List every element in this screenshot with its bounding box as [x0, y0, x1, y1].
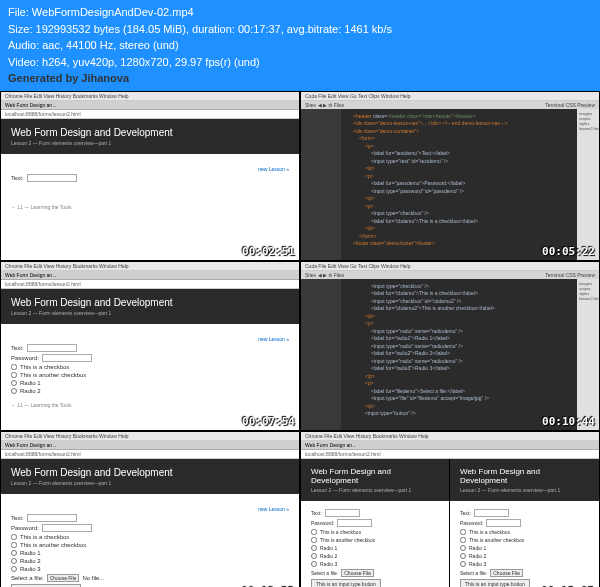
password-input[interactable] — [42, 354, 92, 362]
page-title: Web Form Design and Development — [11, 127, 289, 138]
media-info-header: File: WebFormDesignAndDev-02.mp4 Size: 1… — [0, 0, 600, 91]
checkbox-2[interactable] — [11, 542, 17, 548]
page-subtitle: Lesson 2 — Form elements overview—part 1 — [11, 140, 289, 146]
thumb-2: Coda File Edit View Go Text Clips Window… — [300, 91, 600, 261]
timestamp: 00:02:51 — [242, 245, 295, 258]
editor-gutter — [301, 109, 341, 261]
code-editor: <header class=<header class="main-header… — [301, 109, 599, 261]
menubar: Coda File Edit View Go Text Clips Window… — [301, 92, 599, 101]
thumbnail-grid: Chrome File Edit View History Bookmarks … — [0, 91, 600, 588]
page-header: Web Form Design and Development Lesson 2… — [1, 119, 299, 154]
radio-1[interactable] — [11, 550, 17, 556]
code-area[interactable]: <input type="checkbox" /> <label for="cb… — [341, 279, 577, 431]
info-generated: Generated by Jihanova — [8, 70, 592, 87]
editor-toolbar: Sites ◀ ▶ ⚙ FilesTerminal CSS Preview — [301, 101, 599, 109]
page-body: new Lesson » Text: ← L1 — Learning the T… — [1, 154, 299, 216]
thumb-1: Chrome File Edit View History Bookmarks … — [0, 91, 300, 261]
menubar: Chrome File Edit View History Bookmarks … — [1, 92, 299, 101]
text-input[interactable] — [27, 514, 77, 522]
radio-2[interactable] — [11, 558, 17, 564]
info-video: Video: h264, yuv420p, 1280x720, 29.97 fp… — [8, 54, 592, 71]
menubar: Coda File Edit View Go Text Clips Window… — [301, 262, 599, 271]
timestamp: 00:07:54 — [242, 415, 295, 428]
thumb-5: Chrome File Edit View History Bookmarks … — [0, 431, 300, 588]
code-editor: <input type="checkbox" /> <label for="cb… — [301, 279, 599, 431]
choose-file-button[interactable]: Choose File — [47, 574, 80, 582]
info-audio: Audio: aac, 44100 Hz, stereo (und) — [8, 37, 592, 54]
radio-3[interactable] — [11, 566, 17, 572]
info-size: Size: 192993532 bytes (184.05 MiB), dura… — [8, 21, 592, 38]
address-bar: localhost:8888/forms/lesson2.html — [1, 110, 299, 119]
timestamp: 00:05:22 — [542, 245, 595, 258]
checkbox-1[interactable] — [11, 364, 17, 370]
footer-link[interactable]: ← L1 — Learning the Tools — [11, 204, 289, 210]
text-label: Text: — [11, 175, 24, 181]
checkbox-2[interactable] — [11, 372, 17, 378]
page-title: Web Form Design and Development — [11, 297, 289, 308]
thumb-3: Chrome File Edit View History Bookmarks … — [0, 261, 300, 431]
editor-toolbar: Sites ◀ ▶ ⚙ FilesTerminal CSS Preview — [301, 271, 599, 279]
radio-1[interactable] — [11, 380, 17, 386]
browser-tabs: Web Form Design an... — [1, 271, 299, 280]
browser-tabs: Web Form Design an... — [1, 101, 299, 110]
menubar: Chrome File Edit View History Bookmarks … — [1, 262, 299, 271]
address-bar: localhost:8888/forms/lesson2.html — [1, 280, 299, 289]
info-file: File: WebFormDesignAndDev-02.mp4 — [8, 4, 592, 21]
code-area[interactable]: <header class=<header class="main-header… — [341, 109, 577, 261]
thumb-6: Chrome File Edit View History Bookmarks … — [300, 431, 600, 588]
page-header: Web Form Design and Development Lesson 2… — [1, 289, 299, 324]
next-link[interactable]: new Lesson » — [11, 166, 289, 172]
text-input[interactable] — [27, 344, 77, 352]
page-body: new Lesson » Text: Password: This is a c… — [1, 324, 299, 414]
file-sidebar: imagesscriptsstyleslesson2.html — [577, 109, 599, 261]
timestamp: 00:10:44 — [542, 415, 595, 428]
thumb-4: Coda File Edit View Go Text Clips Window… — [300, 261, 600, 431]
input-button[interactable]: This is an input type button — [11, 584, 81, 588]
checkbox-1[interactable] — [11, 534, 17, 540]
radio-2[interactable] — [11, 388, 17, 394]
password-input[interactable] — [42, 524, 92, 532]
text-input[interactable] — [27, 174, 77, 182]
